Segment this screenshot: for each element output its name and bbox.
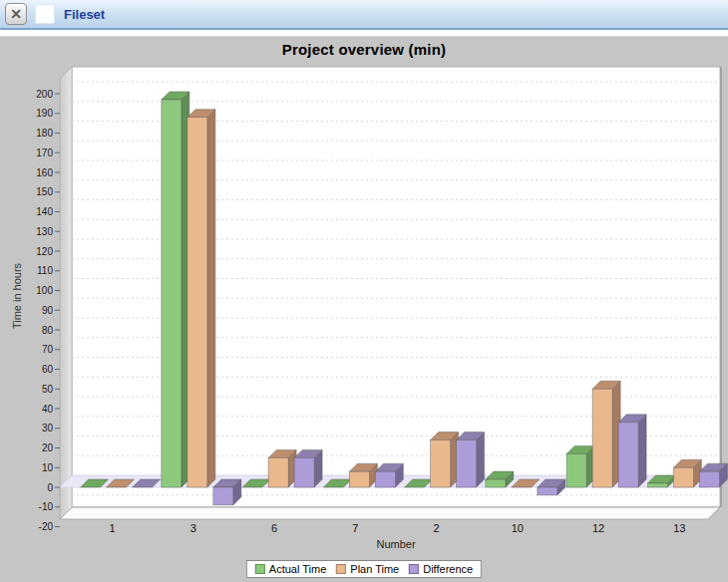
- bar-actual-time-3: [162, 100, 182, 487]
- legend-label: Difference: [423, 563, 473, 575]
- bar-difference-7: [375, 471, 395, 487]
- y-axis-title: Time in hours: [11, 262, 23, 329]
- y-tick-label: 10: [42, 462, 54, 473]
- bar-difference-6: [294, 457, 314, 487]
- y-tick-label: 0: [47, 482, 53, 493]
- x-tick-label: 6: [271, 522, 277, 534]
- x-tick-label: 3: [190, 522, 196, 534]
- chart-panel: Project overview (min) -20-1001020304050…: [0, 36, 728, 582]
- bar-actual-time-10: [486, 479, 506, 487]
- legend-item: Plan Time: [336, 563, 399, 575]
- bar-difference-12: [618, 423, 638, 487]
- y-tick-label: 160: [36, 167, 53, 178]
- y-tick-label: 120: [36, 246, 53, 257]
- y-tick-label: 110: [37, 265, 53, 276]
- chart-title: Project overview (min): [0, 37, 728, 61]
- bar-plan-time-3: [187, 118, 207, 487]
- x-tick-label: 12: [592, 522, 604, 534]
- bar-difference-3: [213, 487, 233, 505]
- y-tick-label: 150: [36, 186, 53, 197]
- close-icon: ✕: [10, 6, 22, 22]
- y-tick-label: 190: [36, 108, 53, 119]
- y-tick-label: 40: [42, 404, 54, 415]
- x-tick-label: 1: [110, 522, 116, 534]
- legend-label: Actual Time: [269, 563, 326, 575]
- x-axis-title: Number: [376, 538, 415, 550]
- titlebar-title: Fileset: [64, 7, 105, 22]
- bar-plan-time-3-side: [207, 110, 215, 487]
- close-button[interactable]: ✕: [5, 3, 27, 25]
- bar-plan-time-6: [268, 457, 288, 487]
- bar-difference-13: [699, 471, 719, 487]
- bar-actual-time-12: [566, 453, 586, 487]
- y-tick-label: 130: [36, 226, 53, 237]
- bar-difference-2: [457, 440, 477, 487]
- y-tick-label: -20: [39, 521, 54, 532]
- bar-plan-time-2: [431, 440, 451, 487]
- legend-item: Actual Time: [255, 563, 326, 575]
- y-tick-label: 90: [42, 305, 54, 316]
- y-tick-label: 200: [36, 89, 53, 100]
- bar-difference-2-side: [477, 433, 485, 487]
- bar-difference-12-side: [638, 415, 646, 487]
- y-tick-label: 140: [36, 206, 53, 217]
- y-tick-label: 20: [42, 442, 54, 453]
- y-tick-label: 80: [42, 325, 54, 336]
- y-tick-label: 60: [42, 364, 54, 375]
- bar-plan-time-13: [673, 467, 693, 487]
- bar-plan-time-12: [592, 389, 612, 487]
- x-tick-label: 2: [434, 522, 440, 534]
- bar-plan-time-7: [349, 471, 369, 487]
- legend-item: Difference: [409, 563, 473, 575]
- legend-swatch: [409, 564, 419, 574]
- y-tick-label: 50: [42, 384, 54, 395]
- x-tick-label: 10: [512, 522, 524, 534]
- y-tick-label: 170: [36, 147, 53, 158]
- legend-label: Plan Time: [350, 563, 399, 575]
- titlebar-checkbox[interactable]: [35, 4, 55, 24]
- bar-actual-time-13: [647, 483, 667, 487]
- legend-swatch: [255, 564, 265, 574]
- y-tick-label: 180: [36, 128, 53, 139]
- legend-swatch: [336, 564, 346, 574]
- chart-legend: Actual TimePlan TimeDifference: [246, 560, 482, 578]
- x-tick-label: 13: [673, 522, 685, 534]
- y-tick-label: -10: [39, 501, 54, 512]
- y-tick-label: 70: [42, 344, 54, 355]
- x-tick-label: 7: [352, 522, 358, 534]
- plot-floor: [60, 507, 720, 519]
- y-tick-label: 100: [36, 285, 53, 296]
- y-tick-label: 30: [42, 423, 54, 434]
- chart-plot: -20-100102030405060708090100110120130140…: [0, 61, 728, 559]
- bar-difference-10: [538, 487, 557, 495]
- window-titlebar: ✕ Fileset: [0, 0, 728, 30]
- plot-left-wall: [60, 67, 72, 519]
